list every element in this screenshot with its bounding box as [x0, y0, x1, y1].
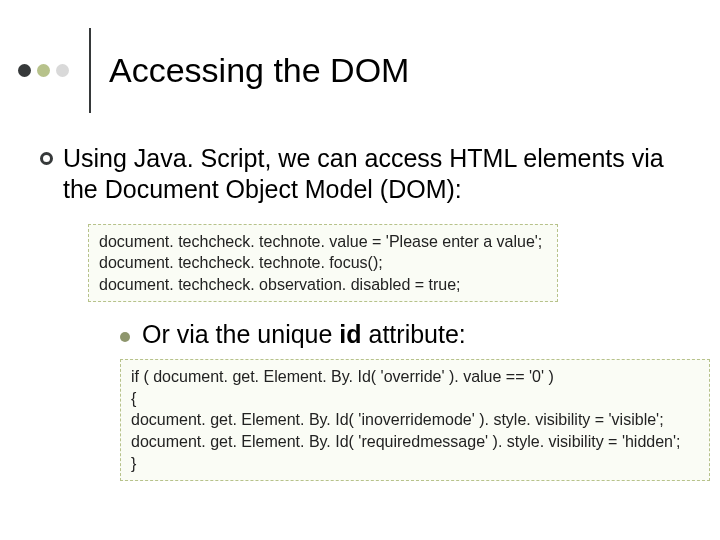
decorative-dots	[18, 64, 69, 77]
text-pre: Or via the unique	[142, 320, 339, 348]
text-post: attribute:	[362, 320, 466, 348]
dot-icon	[56, 64, 69, 77]
slide-content: Using Java. Script, we can access HTML e…	[0, 113, 720, 481]
vertical-divider	[89, 28, 91, 113]
code-block-2: if ( document. get. Element. By. Id( 'ov…	[120, 359, 710, 481]
ring-bullet-icon	[40, 152, 53, 165]
dot-icon	[18, 64, 31, 77]
text-bold-id: id	[339, 320, 361, 348]
code-block-1: document. techcheck. technote. value = '…	[88, 224, 558, 303]
bullet-item-2: Or via the unique id attribute:	[120, 320, 684, 349]
bullet-text: Using Java. Script, we can access HTML e…	[63, 143, 684, 206]
dot-icon	[37, 64, 50, 77]
disc-bullet-icon	[120, 332, 130, 342]
slide-header: Accessing the DOM	[0, 0, 720, 113]
slide-title: Accessing the DOM	[109, 51, 409, 90]
bullet-item-1: Using Java. Script, we can access HTML e…	[40, 143, 684, 206]
bullet-text: Or via the unique id attribute:	[142, 320, 466, 349]
